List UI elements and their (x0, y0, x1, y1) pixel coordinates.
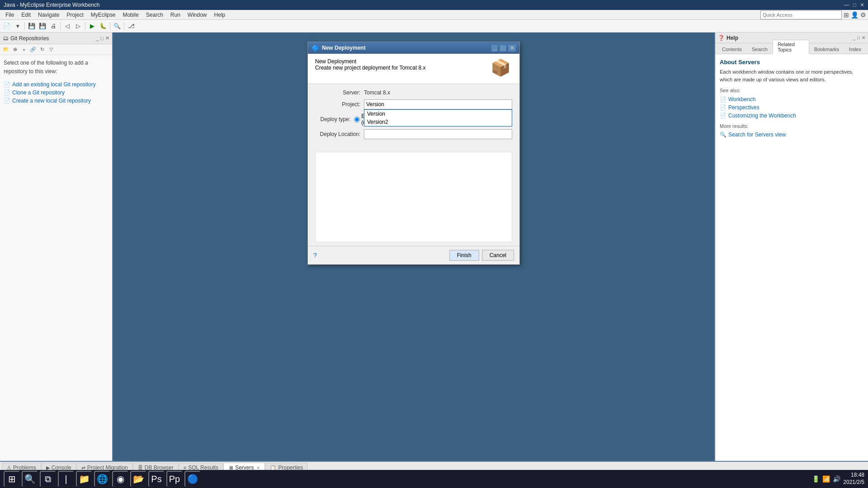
menu-navigate[interactable]: Navigate (34, 11, 63, 19)
app-title: Java - MyEclipse Enterprise Workbench (4, 2, 100, 8)
run-btn[interactable]: ▶ (87, 21, 97, 31)
new-dropdown-btn[interactable]: ▾ (13, 21, 23, 31)
volume-icon: 🔊 (833, 475, 840, 483)
help-panel-max[interactable]: □ (857, 35, 860, 40)
save-btn[interactable]: 💾 (27, 21, 37, 31)
taskbar-3[interactable]: | (58, 471, 74, 487)
dialog-help-btn[interactable]: ? (313, 252, 317, 259)
taskbar-right: 🔋 📶 🔊 18:48 2021/2/5 (812, 472, 864, 486)
help-see-also-perspectives: 📄 Perspectives (720, 104, 863, 111)
dialog-close-btn[interactable]: ✕ (508, 45, 516, 52)
menu-run[interactable]: Run (167, 11, 184, 19)
menu-search[interactable]: Search (142, 11, 167, 19)
project-opt-version[interactable]: Version (364, 110, 512, 118)
left-panel: 🗂 Git Repositories _ □ ✕ 📁 ⊕ + 🔗 ↻ ▽ Sel… (0, 33, 113, 461)
taskbar: ⊞ 🔍 ⧉ | 📁 🌐 ◉ 📂 Ps Pp 🔵 🔋 📶 🔊 18:48 2021… (0, 470, 868, 488)
project-opt-version2[interactable]: Version2 (364, 118, 512, 126)
debug-btn[interactable]: 🐛 (98, 21, 108, 31)
project-row: Project: Version Version2 Version Versio… (315, 99, 512, 109)
app5-btn[interactable]: 🔵 (184, 471, 201, 487)
dialog-max-btn[interactable]: □ (500, 45, 506, 52)
help-tab-contents[interactable]: Contents (717, 45, 747, 54)
workbench-link[interactable]: Workbench (728, 96, 755, 103)
new-btn[interactable]: 📄 (2, 21, 12, 31)
menu-mobile[interactable]: Mobile (119, 11, 142, 19)
dialog-title-icon: 🔷 (311, 44, 319, 52)
git-info-text: Select one of the following to add a rep… (4, 59, 108, 76)
pp-btn[interactable]: Pp (166, 471, 183, 487)
git-filter-btn[interactable]: ▽ (47, 46, 55, 54)
git-link-1-icon: 📄 (4, 81, 10, 88)
help-panel-close[interactable]: ✕ (862, 35, 865, 40)
servers-tab-close[interactable]: ✕ (256, 465, 260, 470)
git-link-btn[interactable]: 🔗 (29, 46, 37, 54)
back-btn[interactable]: ◁ (62, 21, 72, 31)
window-controls[interactable]: — □ ✕ (844, 2, 864, 8)
perspectives-link[interactable]: Perspectives (728, 104, 760, 111)
save-all-btn[interactable]: 💾 (38, 21, 47, 31)
search-servers-link[interactable]: Search for Servers view (728, 131, 786, 138)
dialog-controls[interactable]: _ □ ✕ (491, 45, 516, 52)
more-results-label: More results: (720, 122, 863, 130)
customizing-link[interactable]: Customizing the Workbench (728, 113, 796, 119)
finish-button[interactable]: Finish (449, 250, 479, 261)
new-deployment-dialog: 🔷 New Deployment _ □ ✕ New Deployment Cr… (307, 42, 520, 265)
git-clone-btn[interactable]: ⊕ (11, 46, 19, 54)
sep-5 (124, 22, 124, 30)
help-icon: ❓ (718, 35, 725, 41)
dialog-header: New Deployment Create new project deploy… (308, 54, 519, 84)
help-tab-index[interactable]: Index (844, 45, 866, 54)
menu-myeclipse[interactable]: MyEclipse (87, 11, 119, 19)
menu-help[interactable]: Help (211, 11, 229, 19)
maximize-btn[interactable]: □ (853, 2, 856, 8)
git-refresh-btn[interactable]: ↻ (38, 46, 46, 54)
help-content: About Servers Each workbench window cont… (715, 54, 868, 461)
git-create-link[interactable]: Create a new local Git repository (12, 98, 91, 104)
menu-window[interactable]: Window (184, 11, 211, 19)
git-add-btn[interactable]: + (20, 46, 28, 54)
open-perspective-btn[interactable]: 👤 (851, 11, 859, 19)
cancel-button[interactable]: Cancel (482, 250, 514, 261)
git-btn[interactable]: ⎇ (126, 21, 136, 31)
menu-edit[interactable]: Edit (18, 11, 34, 19)
search-btn[interactable]: 🔍 (112, 21, 122, 31)
deploy-location-input[interactable] (364, 129, 512, 139)
quick-access-input[interactable] (760, 10, 842, 19)
deploy-type-exploded-radio[interactable] (354, 117, 360, 122)
help-tab-bookmarks[interactable]: Bookmarks (809, 45, 844, 54)
file-explorer-btn[interactable]: 📁 (76, 471, 92, 487)
perspective-btn[interactable]: ⊞ (844, 11, 849, 19)
start-btn[interactable]: ⊞ (4, 471, 20, 487)
left-panel-title: Git Repositories (10, 35, 94, 42)
task-view-btn[interactable]: ⧉ (40, 471, 56, 487)
taskbar-time[interactable]: 18:48 2021/2/5 (843, 472, 864, 486)
edge-btn[interactable]: 🌐 (94, 471, 110, 487)
help-panel-min[interactable]: _ (853, 35, 855, 40)
help-tabs: Contents Search Related Topics Bookmarks… (715, 43, 868, 54)
help-tab-related[interactable]: Related Topics (773, 40, 809, 54)
minimize-btn[interactable]: — (844, 2, 849, 8)
forward-btn[interactable]: ▷ (73, 21, 83, 31)
quick-btn[interactable]: ⚙ (860, 11, 866, 19)
customizing-link-icon: 📄 (720, 113, 726, 119)
dialog-title: New Deployment (322, 45, 366, 51)
left-panel-close[interactable]: ✕ (105, 35, 109, 41)
git-collapse-btn[interactable]: 📁 (2, 46, 10, 54)
explorer-btn[interactable]: 📂 (130, 471, 146, 487)
dialog-min-btn[interactable]: _ (491, 45, 498, 52)
project-select[interactable]: Version Version2 (364, 99, 512, 109)
left-panel-max[interactable]: □ (100, 36, 104, 41)
chrome-btn[interactable]: ◉ (112, 471, 128, 487)
git-clone-link[interactable]: Clone a Git repository (12, 89, 65, 96)
help-tab-search[interactable]: Search (747, 45, 773, 54)
sep-1 (24, 22, 25, 30)
project-dropdown-wrapper[interactable]: Version Version2 Version Version2 (364, 99, 512, 109)
git-add-existing-link[interactable]: Add an existing local Git repository (12, 81, 96, 88)
left-panel-min[interactable]: _ (96, 36, 99, 41)
print-btn[interactable]: 🖨 (48, 21, 58, 31)
menu-project[interactable]: Project (63, 11, 87, 19)
search-taskbar-btn[interactable]: 🔍 (22, 471, 38, 487)
photoshop-btn[interactable]: Ps (148, 471, 165, 487)
close-btn[interactable]: ✕ (860, 2, 864, 8)
menu-file[interactable]: File (2, 11, 18, 19)
